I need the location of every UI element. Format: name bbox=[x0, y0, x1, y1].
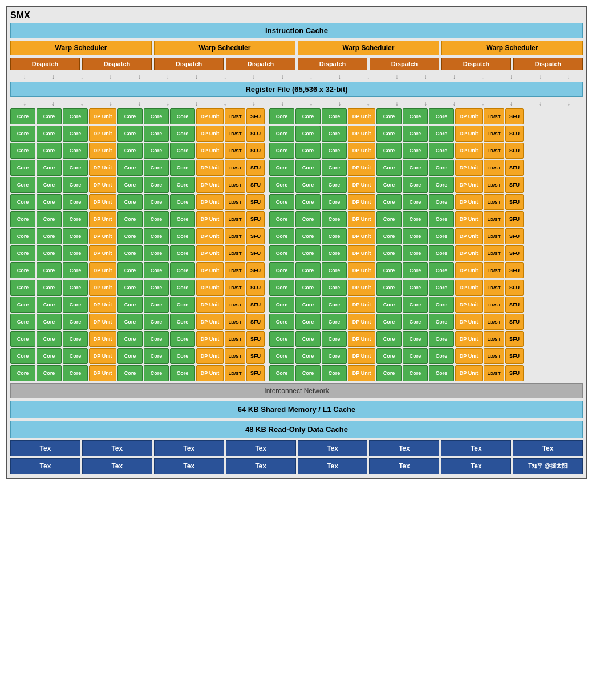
cell-core: Core bbox=[170, 348, 195, 364]
core-grid: CoreCoreCoreDP UnitCoreCoreCoreDP UnitLD… bbox=[10, 108, 583, 381]
cell-sfu: SFU bbox=[246, 228, 265, 244]
core-row-11: CoreCoreCoreDP UnitCoreCoreCoreDP UnitLD… bbox=[10, 297, 583, 313]
tex-1-1: Tex bbox=[10, 440, 80, 456]
tex-2-1: Tex bbox=[10, 458, 80, 474]
cell-core: Core bbox=[144, 245, 169, 261]
cell-core: Core bbox=[117, 177, 143, 193]
cell-sfu: SFU bbox=[505, 108, 524, 124]
cell-core: Core bbox=[322, 348, 347, 364]
cell-core: Core bbox=[322, 160, 347, 176]
cell-core: Core bbox=[269, 126, 294, 142]
cell-sfu: SFU bbox=[246, 126, 265, 142]
cell-core: Core bbox=[403, 262, 428, 278]
cell-core: Core bbox=[269, 314, 294, 330]
cell-ldst: LD/ST bbox=[484, 348, 504, 364]
cell-dp: DP Unit bbox=[348, 245, 375, 261]
cell-core: Core bbox=[170, 211, 195, 227]
cell-core: Core bbox=[10, 280, 35, 296]
cell-core: Core bbox=[376, 297, 402, 313]
cell-core: Core bbox=[429, 211, 454, 227]
cell-ldst: LD/ST bbox=[484, 177, 504, 193]
cell-core: Core bbox=[295, 262, 321, 278]
cell-dp: DP Unit bbox=[196, 314, 224, 330]
cell-core: Core bbox=[37, 160, 62, 176]
cell-core: Core bbox=[117, 280, 143, 296]
tex-1-6: Tex bbox=[369, 440, 439, 456]
interconnect-network: Interconnect Network bbox=[10, 383, 583, 398]
cell-core: Core bbox=[117, 297, 143, 313]
cell-core: Core bbox=[376, 108, 402, 124]
cell-core: Core bbox=[117, 143, 143, 159]
cell-core: Core bbox=[144, 228, 169, 244]
cell-core: Core bbox=[376, 262, 402, 278]
cell-dp: DP Unit bbox=[196, 297, 224, 313]
cell-core: Core bbox=[295, 177, 321, 193]
cell-core: Core bbox=[63, 143, 88, 159]
cell-core: Core bbox=[376, 194, 402, 210]
cell-core: Core bbox=[170, 297, 195, 313]
cell-sfu: SFU bbox=[246, 262, 265, 278]
cell-core: Core bbox=[403, 211, 428, 227]
cell-core: Core bbox=[429, 348, 454, 364]
cell-core: Core bbox=[322, 228, 347, 244]
cell-dp: DP Unit bbox=[89, 262, 116, 278]
cell-core: Core bbox=[429, 245, 454, 261]
cell-core: Core bbox=[295, 314, 321, 330]
cell-dp: DP Unit bbox=[455, 331, 483, 347]
cell-dp: DP Unit bbox=[348, 365, 375, 381]
cell-ldst: LD/ST bbox=[225, 108, 245, 124]
tex-1-3: Tex bbox=[154, 440, 224, 456]
cell-ldst: LD/ST bbox=[225, 160, 245, 176]
cell-core: Core bbox=[429, 331, 454, 347]
cell-core: Core bbox=[63, 262, 88, 278]
cell-core: Core bbox=[37, 280, 62, 296]
cell-dp: DP Unit bbox=[89, 348, 116, 364]
cell-core: Core bbox=[37, 177, 62, 193]
cell-core: Core bbox=[63, 194, 88, 210]
cell-core: Core bbox=[63, 365, 88, 381]
cell-ldst: LD/ST bbox=[484, 365, 504, 381]
core-row-3: CoreCoreCoreDP UnitCoreCoreCoreDP UnitLD… bbox=[10, 160, 583, 176]
cell-dp: DP Unit bbox=[196, 280, 224, 296]
dispatch-4: Dispatch bbox=[226, 58, 295, 70]
cell-core: Core bbox=[295, 280, 321, 296]
cell-core: Core bbox=[295, 143, 321, 159]
cell-dp: DP Unit bbox=[455, 160, 483, 176]
cell-core: Core bbox=[376, 228, 402, 244]
cell-core: Core bbox=[269, 262, 294, 278]
warp-scheduler-4: Warp Scheduler bbox=[441, 41, 583, 55]
cell-dp: DP Unit bbox=[89, 365, 116, 381]
cell-dp: DP Unit bbox=[196, 365, 224, 381]
cell-core: Core bbox=[10, 245, 35, 261]
core-row-14: CoreCoreCoreDP UnitCoreCoreCoreDP UnitLD… bbox=[10, 348, 583, 364]
cell-dp: DP Unit bbox=[455, 108, 483, 124]
cell-core: Core bbox=[10, 177, 35, 193]
cell-ldst: LD/ST bbox=[484, 160, 504, 176]
cell-ldst: LD/ST bbox=[484, 280, 504, 296]
cell-core: Core bbox=[322, 365, 347, 381]
cell-core: Core bbox=[403, 331, 428, 347]
cell-core: Core bbox=[403, 228, 428, 244]
cell-ldst: LD/ST bbox=[225, 211, 245, 227]
cell-core: Core bbox=[376, 177, 402, 193]
cell-dp: DP Unit bbox=[455, 314, 483, 330]
cell-core: Core bbox=[269, 177, 294, 193]
cell-core: Core bbox=[170, 143, 195, 159]
cell-core: Core bbox=[117, 245, 143, 261]
cell-core: Core bbox=[144, 126, 169, 142]
cell-core: Core bbox=[376, 348, 402, 364]
cell-core: Core bbox=[170, 160, 195, 176]
cell-core: Core bbox=[403, 348, 428, 364]
dispatch-6: Dispatch bbox=[370, 58, 439, 70]
core-row-9: CoreCoreCoreDP UnitCoreCoreCoreDP UnitLD… bbox=[10, 262, 583, 278]
cell-core: Core bbox=[144, 365, 169, 381]
cell-sfu: SFU bbox=[505, 280, 524, 296]
cell-sfu: SFU bbox=[505, 126, 524, 142]
cell-dp: DP Unit bbox=[348, 108, 375, 124]
cell-dp: DP Unit bbox=[89, 280, 116, 296]
cell-core: Core bbox=[170, 331, 195, 347]
cell-dp: DP Unit bbox=[89, 228, 116, 244]
cell-ldst: LD/ST bbox=[484, 245, 504, 261]
cell-dp: DP Unit bbox=[348, 348, 375, 364]
cell-core: Core bbox=[117, 262, 143, 278]
